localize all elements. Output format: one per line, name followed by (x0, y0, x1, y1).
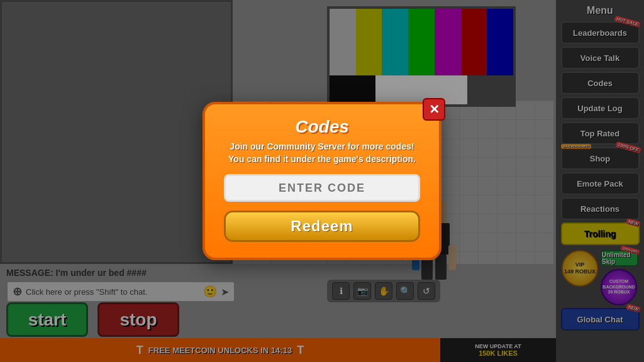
redeem-button[interactable]: Redeem (224, 211, 420, 242)
codes-modal: ✕ Codes Join our Community Server for mo… (203, 102, 441, 260)
modal-title: Codes (224, 117, 420, 137)
code-input[interactable] (224, 174, 420, 202)
modal-overlay: ✕ Codes Join our Community Server for mo… (0, 0, 644, 362)
modal-close-button[interactable]: ✕ (423, 98, 445, 121)
modal-subtitle: Join our Community Server for more codes… (224, 141, 420, 165)
